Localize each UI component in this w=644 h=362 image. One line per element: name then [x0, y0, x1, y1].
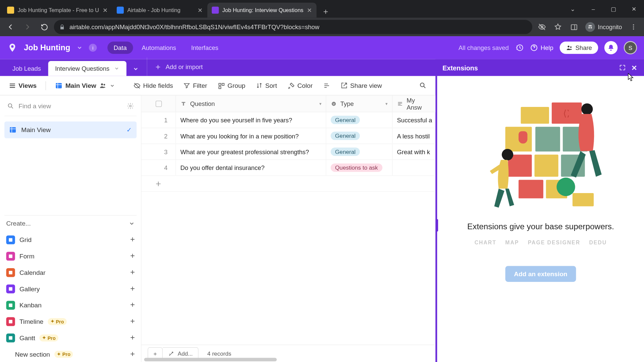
- sort-button[interactable]: Sort: [253, 80, 281, 91]
- cell-question[interactable]: Where do you see yourself in five years?: [176, 112, 326, 128]
- sidebar-viewtype-calendar[interactable]: Calendar+: [4, 264, 137, 281]
- settings-icon[interactable]: [127, 103, 134, 110]
- share-view-button[interactable]: Share view: [337, 80, 385, 91]
- select-all-header[interactable]: [142, 96, 176, 112]
- column-header-question[interactable]: Question ▾: [176, 96, 326, 112]
- cell-type[interactable]: Questions to ask: [326, 160, 393, 175]
- table-tab-interview-questions[interactable]: Interview Questions: [48, 61, 126, 76]
- plus-icon[interactable]: +: [130, 284, 135, 293]
- sidebar-viewtype-grid[interactable]: Grid+: [4, 232, 137, 248]
- info-icon[interactable]: i: [89, 44, 97, 52]
- airtable-logo-icon[interactable]: [7, 43, 18, 53]
- sidebar-viewtype-gallery[interactable]: Gallery+: [4, 281, 137, 297]
- close-icon[interactable]: ✕: [198, 7, 203, 14]
- row-height-button[interactable]: [320, 80, 334, 91]
- table-row[interactable]: 4Do you offer dental insurance?Questions…: [142, 160, 435, 176]
- sidebar-viewtype-timeline[interactable]: TimelinePro+: [4, 313, 137, 329]
- incognito-indicator[interactable]: Incognito: [583, 22, 625, 32]
- base-title[interactable]: Job Hunting: [24, 43, 70, 53]
- table-tab-job-leads[interactable]: Job Leads: [5, 61, 48, 76]
- cell-type[interactable]: General: [326, 128, 393, 143]
- history-icon[interactable]: [515, 43, 524, 52]
- side-panel-icon[interactable]: [567, 20, 581, 34]
- table-row[interactable]: 2What are you looking for in a new posit…: [142, 128, 435, 144]
- cell-type[interactable]: General: [326, 112, 393, 128]
- expand-icon[interactable]: [619, 64, 626, 71]
- plus-icon[interactable]: +: [130, 300, 135, 310]
- plus-icon[interactable]: +: [130, 350, 135, 359]
- plus-icon[interactable]: +: [130, 268, 135, 277]
- cell-answer[interactable]: A less hostil: [392, 128, 435, 143]
- close-icon[interactable]: ✕: [631, 63, 637, 72]
- hide-fields-button[interactable]: Hide fields: [130, 80, 176, 91]
- checkbox-icon[interactable]: [155, 101, 161, 107]
- tab-data[interactable]: Data: [107, 42, 133, 54]
- color-button[interactable]: Color: [284, 80, 316, 91]
- eye-blocked-icon[interactable]: [535, 20, 549, 34]
- chevron-down-icon[interactable]: [114, 66, 119, 71]
- row-number[interactable]: 2: [142, 128, 176, 143]
- group-button[interactable]: Group: [214, 80, 249, 91]
- cell-answer[interactable]: Great with k: [392, 144, 435, 160]
- cell-question[interactable]: What are you looking for in a new positi…: [176, 128, 326, 143]
- cell-answer[interactable]: Successful a: [392, 112, 435, 128]
- tab-search-icon[interactable]: ⌄: [563, 0, 583, 18]
- chevron-down-icon[interactable]: ▾: [319, 101, 322, 106]
- sidebar-viewtype-form[interactable]: Form+: [4, 248, 137, 264]
- plus-icon[interactable]: +: [130, 333, 135, 343]
- forward-button[interactable]: [20, 20, 35, 34]
- add-row-button[interactable]: ＋: [142, 176, 435, 192]
- share-button[interactable]: Share: [559, 42, 598, 54]
- help-button[interactable]: Help: [530, 44, 553, 52]
- sidebar-view-main[interactable]: Main View ✓: [4, 121, 137, 138]
- cell-type[interactable]: General: [326, 144, 393, 160]
- close-window-button[interactable]: ✕: [624, 0, 644, 18]
- column-header-answer[interactable]: My Answ: [392, 96, 435, 112]
- chevron-down-icon[interactable]: [76, 45, 83, 51]
- notifications-button[interactable]: [604, 41, 618, 55]
- tab-interfaces[interactable]: Interfaces: [185, 42, 224, 54]
- search-button[interactable]: [416, 80, 430, 91]
- chevron-down-icon[interactable]: ▾: [385, 101, 388, 106]
- create-section-toggle[interactable]: Create...: [4, 215, 137, 232]
- reload-button[interactable]: [37, 20, 51, 34]
- cell-answer[interactable]: [392, 160, 435, 175]
- plus-icon[interactable]: +: [130, 317, 135, 326]
- address-bar[interactable]: airtable.com/appNMajdd0Nt3vo0X/tblhnnRfb…: [54, 20, 532, 34]
- tab-automations[interactable]: Automations: [136, 42, 182, 54]
- row-number[interactable]: 1: [142, 112, 176, 128]
- filter-button[interactable]: Filter: [180, 80, 211, 91]
- row-number[interactable]: 3: [142, 144, 176, 160]
- view-search[interactable]: Find a view: [4, 99, 137, 116]
- panel-resize-handle[interactable]: [436, 219, 438, 232]
- plus-icon[interactable]: +: [130, 251, 135, 261]
- table-row[interactable]: 3What are your greatest professional str…: [142, 144, 435, 160]
- bookmark-star-icon[interactable]: [551, 20, 565, 34]
- add-table-button[interactable]: ＋ Add or import: [147, 57, 210, 76]
- column-header-type[interactable]: Type ▾: [326, 96, 393, 112]
- maximize-button[interactable]: ▢: [603, 0, 624, 18]
- horizontal-scrollbar[interactable]: [144, 358, 277, 362]
- sidebar-viewtype-gantt[interactable]: GanttPro+: [4, 329, 137, 346]
- browser-tab[interactable]: Airtable - Job Hunting ✕: [112, 3, 207, 18]
- add-extension-button[interactable]: Add an extension: [505, 266, 576, 282]
- tables-overflow-button[interactable]: [126, 62, 145, 76]
- cell-question[interactable]: What are your greatest professional stre…: [176, 144, 326, 160]
- back-button[interactable]: [4, 20, 18, 34]
- browser-tab-active[interactable]: Job Hunting: Interview Questions ✕: [207, 3, 317, 18]
- minimize-button[interactable]: –: [583, 0, 603, 18]
- user-avatar[interactable]: S: [624, 41, 637, 55]
- plus-icon[interactable]: +: [130, 235, 135, 244]
- browser-tab[interactable]: Job Hunting Template - Free to U ✕: [3, 3, 112, 18]
- table-row[interactable]: 1Where do you see yourself in five years…: [142, 112, 435, 128]
- close-icon[interactable]: ✕: [103, 7, 108, 14]
- sidebar-new-section[interactable]: New section Pro +: [4, 346, 137, 362]
- close-icon[interactable]: ✕: [307, 7, 312, 14]
- views-button[interactable]: Views: [5, 80, 40, 91]
- kebab-menu-icon[interactable]: [627, 20, 641, 34]
- sidebar-viewtype-kanban[interactable]: Kanban+: [4, 297, 137, 313]
- row-number[interactable]: 4: [142, 160, 176, 175]
- new-tab-button[interactable]: ＋: [319, 5, 332, 18]
- cell-question[interactable]: Do you offer dental insurance?: [176, 160, 326, 175]
- view-picker[interactable]: Main View: [51, 80, 118, 91]
